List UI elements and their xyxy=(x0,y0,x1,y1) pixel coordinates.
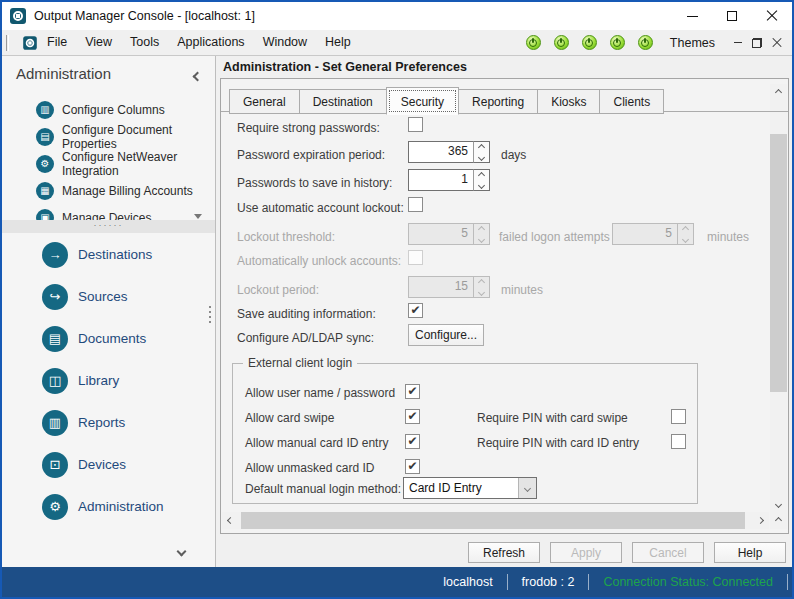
require-strong-passwords-checkbox[interactable] xyxy=(408,117,423,132)
tab-kiosks[interactable]: Kiosks xyxy=(537,89,600,114)
tab-general[interactable]: General xyxy=(229,89,300,114)
chevron-down-icon xyxy=(177,547,187,557)
sidebar-item-label: Reports xyxy=(78,415,125,430)
menu-view[interactable]: View xyxy=(76,30,121,55)
sidebar-item-configure-columns[interactable]: ▥ Configure Columns xyxy=(2,96,215,123)
minimize-icon xyxy=(734,42,742,43)
password-expiration-value[interactable]: 365 xyxy=(408,141,474,163)
allow-unmasked-card-id-checkbox[interactable]: ✔ xyxy=(405,459,420,474)
form-row: Use automatic account lockout: xyxy=(221,197,788,220)
lockout-period-value[interactable]: 15 xyxy=(408,276,474,298)
sidebar-item-documents[interactable]: ▤ Documents xyxy=(2,318,215,360)
connection-power-icon[interactable] xyxy=(638,35,653,50)
allow-username-checkbox[interactable]: ✔ xyxy=(405,384,420,399)
tab-reporting[interactable]: Reporting xyxy=(458,89,538,114)
auto-unlock-checkbox[interactable] xyxy=(408,250,423,265)
require-pin-card-id-checkbox[interactable] xyxy=(671,434,686,449)
default-login-method-select[interactable]: Card ID Entry xyxy=(403,477,537,499)
group-row: Allow manual card ID entry ✔ Require PIN… xyxy=(233,434,697,454)
password-expiration-label: Password expiration period: xyxy=(237,148,385,162)
menu-file[interactable]: File xyxy=(38,30,76,55)
mdi-restore-button[interactable] xyxy=(752,38,762,48)
scroll-right-button[interactable] xyxy=(752,512,769,529)
window-title: Output Manager Console - [localhost: 1] xyxy=(34,9,255,23)
menu-window[interactable]: Window xyxy=(254,30,316,55)
password-history-spinner: 1 xyxy=(408,169,490,191)
spinner-buttons[interactable] xyxy=(473,276,490,298)
tab-security[interactable]: Security xyxy=(386,87,459,115)
sidebar-item-destinations[interactable]: → Destinations xyxy=(2,234,215,276)
connection-power-icon[interactable] xyxy=(610,35,625,50)
sidebar-item-label: Administration xyxy=(78,499,164,514)
sidebar-item-administration[interactable]: ⚙ Administration xyxy=(2,486,215,528)
require-pin-swipe-checkbox[interactable] xyxy=(671,409,686,424)
scroll-left-button[interactable] xyxy=(222,512,239,529)
sidebar-header: Administration xyxy=(16,65,111,82)
tab-destination[interactable]: Destination xyxy=(299,89,387,114)
help-button[interactable]: Help xyxy=(714,542,786,563)
spinner-buttons[interactable] xyxy=(677,223,694,245)
apply-button[interactable]: Apply xyxy=(550,542,622,563)
menu-tools[interactable]: Tools xyxy=(121,30,168,55)
reports-icon: ▥ xyxy=(42,410,68,436)
vertical-scrollbar[interactable] xyxy=(770,84,787,513)
sidebar: Administration ▥ Configure Columns ▤ Con… xyxy=(2,56,216,567)
sidebar-item-library[interactable]: ◫ Library xyxy=(2,360,215,402)
sidebar-item-label: Configure Document Properties xyxy=(62,123,215,151)
sidebar-resize-handle[interactable] xyxy=(209,306,211,308)
close-button[interactable] xyxy=(752,2,792,30)
connection-power-icon[interactable] xyxy=(582,35,597,50)
combo-dropdown-button[interactable] xyxy=(518,478,536,498)
menu-help[interactable]: Help xyxy=(316,30,360,55)
spinner-buttons[interactable] xyxy=(473,141,490,163)
mdi-close-button[interactable] xyxy=(772,38,782,48)
toolbar-grip[interactable] xyxy=(6,35,9,51)
minimize-button[interactable] xyxy=(672,2,712,30)
connection-power-icon[interactable] xyxy=(554,35,569,50)
sidebar-expand-button[interactable] xyxy=(178,544,185,558)
sidebar-collapse-button[interactable] xyxy=(194,69,201,83)
spin-down-icon xyxy=(478,153,485,160)
horizontal-scrollbar-thumb[interactable] xyxy=(241,512,745,529)
spinner-buttons[interactable] xyxy=(473,223,490,245)
sidebar-item-sources[interactable]: ↪ Sources xyxy=(2,276,215,318)
allow-card-swipe-checkbox[interactable]: ✔ xyxy=(405,409,420,424)
status-host: localhost xyxy=(429,575,506,589)
use-account-lockout-checkbox[interactable] xyxy=(408,197,423,212)
spinner-buttons[interactable] xyxy=(473,169,490,191)
mdi-minimize-button[interactable] xyxy=(734,42,742,43)
vertical-scrollbar-thumb[interactable] xyxy=(770,134,787,392)
sidebar-item-configure-netweaver[interactable]: ⚙ Configure NetWeaver Integration xyxy=(2,150,215,177)
sidebar-item-manage-billing[interactable]: ▦ Manage Billing Accounts xyxy=(2,177,215,204)
tab-clients[interactable]: Clients xyxy=(599,89,664,114)
save-auditing-checkbox[interactable]: ✔ xyxy=(408,303,423,318)
password-history-value[interactable]: 1 xyxy=(408,169,474,191)
cancel-button[interactable]: Cancel xyxy=(632,542,704,563)
mdi-child-icon[interactable] xyxy=(23,36,37,50)
form-row: Configure AD/LDAP sync: Configure... xyxy=(221,324,788,347)
sidebar-item-reports[interactable]: ▥ Reports xyxy=(2,402,215,444)
sidebar-splitter-handle[interactable]: ······ xyxy=(2,220,215,233)
horizontal-scrollbar[interactable] xyxy=(222,512,769,529)
menu-themes[interactable]: Themes xyxy=(666,36,719,50)
refresh-button[interactable]: Refresh xyxy=(468,542,540,563)
netweaver-icon: ⚙ xyxy=(36,155,54,173)
scroll-up-button[interactable] xyxy=(770,84,787,101)
chevron-down-icon[interactable] xyxy=(194,214,202,219)
menu-applications[interactable]: Applications xyxy=(168,30,253,55)
scroll-down-button[interactable] xyxy=(770,496,787,513)
sidebar-item-configure-document-properties[interactable]: ▤ Configure Document Properties xyxy=(2,123,215,150)
lockout-window-value[interactable]: 5 xyxy=(612,223,678,245)
save-auditing-label: Save auditing information: xyxy=(237,307,376,321)
sidebar-item-label: Manage Billing Accounts xyxy=(62,184,193,198)
allow-manual-card-id-checkbox[interactable]: ✔ xyxy=(405,434,420,449)
sidebar-item-devices[interactable]: ⊡ Devices xyxy=(2,444,215,486)
connection-power-icon[interactable] xyxy=(526,35,541,50)
scrollbar-corner-up-button[interactable] xyxy=(770,512,787,529)
lockout-threshold-value[interactable]: 5 xyxy=(408,223,474,245)
maximize-button[interactable] xyxy=(712,2,752,30)
maximize-icon xyxy=(727,11,737,21)
group-title: External client login xyxy=(243,356,357,370)
configure-adldap-button[interactable]: Configure... xyxy=(408,324,484,346)
sidebar-item-label: Destinations xyxy=(78,247,152,262)
